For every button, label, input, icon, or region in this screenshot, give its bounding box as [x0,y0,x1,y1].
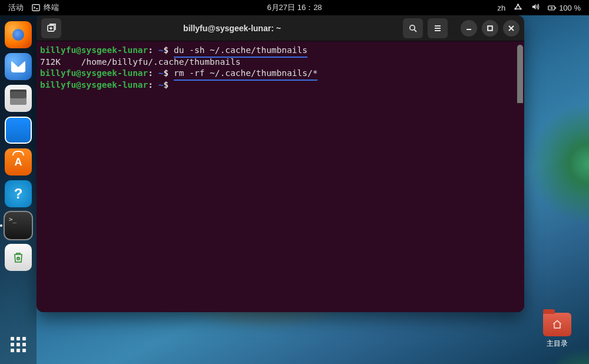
terminal-line: billyfu@sysgeek-lunar: ~$ rm -rf ~/.cach… [40,68,519,80]
input-method-indicator[interactable]: zh [497,4,505,12]
hamburger-menu-button[interactable] [428,18,448,38]
dock [0,15,37,364]
search-button[interactable] [403,18,423,38]
prompt-user: billyfu@sysgeek-lunar [40,45,148,55]
apps-grid-icon [11,337,26,352]
dock-trash[interactable] [5,244,32,271]
new-tab-button[interactable] [41,18,61,38]
battery-indicator[interactable]: 100 % [548,4,581,12]
search-icon [408,24,418,33]
desktop-home-folder[interactable]: 主目录 [540,313,575,349]
svg-rect-0 [32,5,39,11]
minimize-button[interactable] [461,20,477,37]
show-applications-button[interactable] [5,331,32,358]
svg-rect-9 [488,26,492,31]
titlebar[interactable]: billyfu@sysgeek-lunar: ~ [37,15,524,41]
battery-percent: 100 % [559,4,581,12]
terminal-line: billyfu@sysgeek-lunar: ~$ du -sh ~/.cach… [40,45,519,57]
active-app-name: 终端 [44,2,59,13]
datetime-text: 6月27日 16：28 [267,2,322,13]
dock-thunderbird[interactable] [5,53,32,80]
prompt-path: ~ [158,45,164,55]
dock-software[interactable] [5,148,32,176]
close-button[interactable] [503,20,519,37]
terminal-body[interactable]: billyfu@sysgeek-lunar: ~$ du -sh ~/.cach… [37,41,524,312]
clock[interactable]: 6月27日 16：28 [267,2,322,13]
dock-help[interactable] [5,180,32,207]
dock-writer[interactable] [5,117,32,144]
new-tab-icon [47,24,56,33]
top-bar: 活动 终端 6月27日 16：28 zh 100 % [0,0,589,15]
terminal-line: billyfu@sysgeek-lunar: ~$ [40,80,519,91]
dock-firefox[interactable] [5,21,32,48]
volume-icon[interactable] [531,2,540,13]
terminal-app-icon [32,4,40,12]
window-title: billyfu@sysgeek-lunar: ~ [66,24,398,33]
maximize-icon [487,25,494,32]
home-folder-icon [543,313,571,336]
active-app-indicator[interactable]: 终端 [32,2,59,13]
command-2: rm -rf ~/.cache/thumbnails/* [174,68,317,80]
command-1: du -sh ~/.cache/thumbnails [174,45,307,57]
dock-terminal[interactable] [5,212,32,239]
minimize-icon [465,25,472,32]
network-icon[interactable] [514,2,522,13]
svg-rect-5 [555,7,557,9]
home-folder-label: 主目录 [540,339,575,349]
close-icon [508,25,515,32]
terminal-output: 712K /home/billyfu/.cache/thumbnails [40,57,519,68]
activities-button[interactable]: 活动 [8,2,24,13]
hamburger-icon [433,24,442,33]
maximize-button[interactable] [482,20,498,37]
dock-files[interactable] [5,85,32,112]
terminal-window: billyfu@sysgeek-lunar: ~ billyfu@sysgeek… [37,15,524,312]
svg-point-8 [410,25,415,29]
